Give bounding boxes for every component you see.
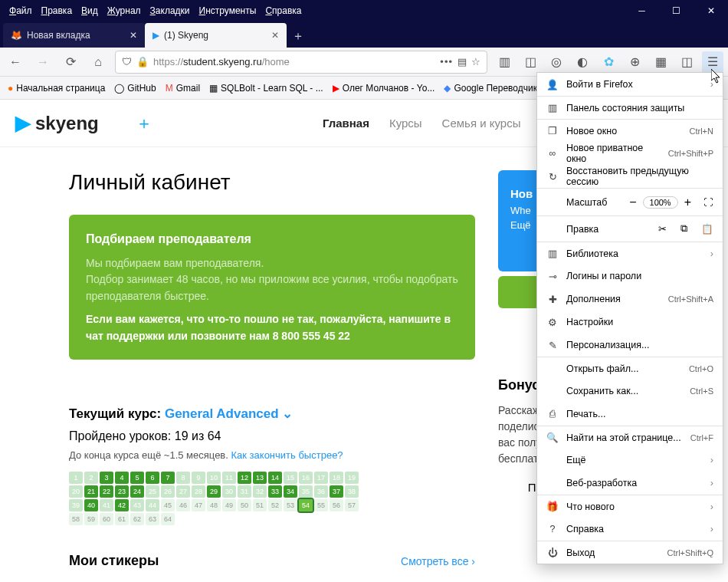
menu-item[interactable]: Журнал <box>104 4 144 18</box>
menu-settings[interactable]: ⚙ Настройки <box>537 311 723 334</box>
close-icon[interactable]: ✕ <box>271 30 279 41</box>
lesson-cell[interactable]: 31 <box>238 485 251 498</box>
lesson-cell[interactable]: 51 <box>253 499 267 511</box>
menu-item[interactable]: Правка <box>38 4 76 18</box>
lesson-cell[interactable]: 36 <box>314 485 328 498</box>
lesson-cell[interactable]: 7 <box>161 472 175 484</box>
cut-icon[interactable]: ✂ <box>658 223 667 235</box>
menu-save-as[interactable]: Сохранить как... Ctrl+S <box>537 380 723 403</box>
menu-item[interactable]: Справка <box>262 4 304 18</box>
nav-main[interactable]: Главная <box>323 117 369 130</box>
lesson-cell[interactable]: 40 <box>84 499 98 511</box>
lesson-cell[interactable]: 4 <box>115 472 129 484</box>
lesson-cell[interactable]: 16 <box>299 472 313 484</box>
lesson-cell[interactable]: 43 <box>130 499 144 511</box>
lesson-cell[interactable]: 23 <box>115 485 129 498</box>
ext-icon[interactable]: ✿ <box>598 51 619 73</box>
bookmark-item[interactable]: ◆Google Переводчик <box>441 81 540 95</box>
lesson-cell[interactable]: 2 <box>84 472 98 484</box>
menu-logins[interactable]: ⊸ Логины и пароли <box>537 265 723 288</box>
menu-find[interactable]: 🔍 Найти на этой странице... Ctrl+F <box>537 426 723 449</box>
menu-new-private[interactable]: ∞ Новое приватное окно Ctrl+Shift+P <box>537 142 723 165</box>
shield-icon[interactable]: 🛡 <box>122 56 132 67</box>
home-button[interactable]: ⌂ <box>87 51 109 73</box>
ext-icon[interactable]: ◎ <box>546 51 567 73</box>
menu-webdev[interactable]: Веб-разработка › <box>537 472 723 495</box>
bookmark-item[interactable]: ◯GitHub <box>111 81 159 95</box>
lesson-cell[interactable]: 17 <box>314 472 328 484</box>
url-bar[interactable]: 🛡 🔒 https://student.skyeng.ru/home ••• ▤… <box>115 51 487 74</box>
lesson-cell[interactable]: 45 <box>161 499 175 511</box>
lesson-cell[interactable]: 24 <box>130 485 144 498</box>
lesson-cell[interactable]: 62 <box>130 513 144 525</box>
library-icon[interactable]: ▥ <box>494 51 515 73</box>
lesson-cell[interactable]: 56 <box>330 499 343 511</box>
bookmark-item[interactable]: ▦SQLBolt - Learn SQL - ... <box>206 81 326 95</box>
menubar[interactable]: ФайлПравкаВидЖурналЗакладкиИнструментыСп… <box>6 4 304 18</box>
lesson-cell[interactable]: 37 <box>330 485 343 498</box>
menu-signin[interactable]: 👤 Войти в Firefox › <box>537 73 723 96</box>
lesson-cell[interactable]: 21 <box>84 485 98 498</box>
view-all-link[interactable]: Смотреть все › <box>401 555 475 567</box>
nav-family[interactable]: Семья и курсы <box>442 117 521 130</box>
zoom-value[interactable]: 100% <box>643 196 678 209</box>
lesson-cell[interactable]: 14 <box>268 472 282 484</box>
lesson-cell[interactable]: 57 <box>345 499 359 511</box>
nav-courses[interactable]: Курсы <box>389 117 422 130</box>
menu-exit[interactable]: ⏻ Выход Ctrl+Shift+Q <box>537 541 723 564</box>
lesson-cell[interactable]: 26 <box>161 485 175 498</box>
ext-icon[interactable]: ◫ <box>676 51 697 73</box>
menu-restore-session[interactable]: ↻ Восстановить предыдущую сессию <box>537 165 723 188</box>
lesson-cell[interactable]: 58 <box>69 513 83 525</box>
tab-active[interactable]: ▶ (1) Skyeng ✕ <box>145 23 287 48</box>
back-button[interactable]: ← <box>5 51 26 73</box>
bookmark-item[interactable]: ▶Олег Молчанов - Yo... <box>330 81 438 95</box>
menu-item[interactable]: Закладки <box>147 4 193 18</box>
paste-icon[interactable]: 📋 <box>701 223 713 235</box>
lesson-cell[interactable]: 34 <box>284 485 297 498</box>
lesson-cell[interactable]: 20 <box>69 485 83 498</box>
minimize-button[interactable]: ─ <box>625 0 659 21</box>
lesson-cell[interactable]: 30 <box>222 485 236 498</box>
lesson-cell[interactable]: 53 <box>284 499 297 511</box>
add-icon[interactable]: ＋ <box>136 112 152 135</box>
menu-print[interactable]: ⎙ Печать... <box>537 403 723 426</box>
lesson-cell[interactable]: 15 <box>284 472 297 484</box>
lesson-cell[interactable]: 48 <box>207 499 221 511</box>
lesson-cell[interactable]: 11 <box>222 472 236 484</box>
ext-icon[interactable]: ▦ <box>650 51 671 73</box>
lesson-cell[interactable]: 41 <box>100 499 113 511</box>
menu-more[interactable]: Ещё › <box>537 449 723 472</box>
close-button[interactable]: ✕ <box>694 0 728 21</box>
lesson-cell[interactable]: 46 <box>176 499 190 511</box>
menu-protection[interactable]: ▥ Панель состояния защиты <box>537 96 723 119</box>
lesson-cell[interactable]: 29 <box>207 485 221 498</box>
lesson-cell[interactable]: 6 <box>146 472 159 484</box>
menu-help[interactable]: ? Справка › <box>537 518 723 541</box>
bookmark-item[interactable]: ●Начальная страница <box>5 81 108 95</box>
lesson-cell[interactable]: 13 <box>253 472 267 484</box>
menu-item[interactable]: Файл <box>6 4 35 18</box>
bookmark-item[interactable]: MGmail <box>162 81 203 95</box>
course-name-link[interactable]: General Advanced ⌄ <box>165 406 293 421</box>
lesson-cell[interactable]: 5 <box>130 472 144 484</box>
lesson-cell[interactable]: 38 <box>345 485 359 498</box>
ext-icon[interactable]: ⊕ <box>624 51 645 73</box>
lesson-cell[interactable]: 27 <box>176 485 190 498</box>
lesson-cell[interactable]: 28 <box>192 485 205 498</box>
menu-whats-new[interactable]: 🎁 Что нового › <box>537 495 723 518</box>
menu-new-window[interactable]: ❐ Новое окно Ctrl+N <box>537 119 723 142</box>
lock-icon[interactable]: 🔒 <box>136 56 149 67</box>
lesson-cell[interactable]: 49 <box>222 499 236 511</box>
lesson-cell[interactable]: 52 <box>268 499 282 511</box>
lesson-cell[interactable]: 54 <box>299 499 313 511</box>
lesson-cell[interactable]: 60 <box>100 513 113 525</box>
lesson-cell[interactable]: 64 <box>161 513 175 525</box>
lesson-cell[interactable]: 42 <box>115 499 129 511</box>
lesson-cell[interactable]: 44 <box>146 499 159 511</box>
lesson-cell[interactable]: 8 <box>176 472 190 484</box>
copy-icon[interactable]: ⧉ <box>680 223 687 235</box>
lesson-cell[interactable]: 1 <box>69 472 83 484</box>
lesson-cell[interactable]: 63 <box>146 513 159 525</box>
lesson-cell[interactable]: 10 <box>207 472 221 484</box>
